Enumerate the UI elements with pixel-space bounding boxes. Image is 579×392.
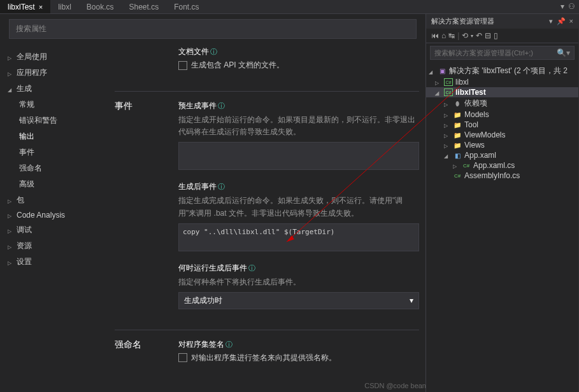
maximize-icon[interactable]: ⚇: [568, 2, 575, 11]
home2-icon[interactable]: ⌂: [441, 31, 446, 40]
watermark: CSDN @code bean: [364, 382, 426, 389]
tree-node-App.xaml.cs[interactable]: C#App.xaml.cs: [426, 160, 578, 171]
help-icon[interactable]: ⓘ: [218, 183, 225, 190]
tab-font[interactable]: Font.cs: [166, 0, 206, 13]
prebuild-input[interactable]: [178, 142, 419, 170]
tree-node-ViewModels[interactable]: 📁ViewModels: [426, 130, 578, 140]
tab-libxltest[interactable]: libxlTest×: [0, 0, 50, 13]
solution-explorer-title: 解决方案资源管理器: [431, 17, 494, 26]
tab-sheet[interactable]: Sheet.cs: [121, 0, 166, 13]
sidebar-item-高级[interactable]: 高级: [0, 176, 108, 192]
category-sidebar: 全局使用应用程序生成常规错误和警告输出事件强命名高级包Code Analysis…: [0, 44, 108, 392]
sidebar-item-输出[interactable]: 输出: [0, 129, 108, 144]
properties-area: 文档文件ⓘ 生成包含 API 文档的文件。 事件 预生成事件ⓘ 指定生成开始前运…: [108, 44, 425, 392]
sign-label: 对程序集签名: [178, 340, 224, 349]
postbuild-desc: 指定生成完成后运行的命令。如果生成失败，则不运行。请使用"调用"来调用 .bat…: [178, 195, 419, 219]
tab-book[interactable]: Book.cs: [79, 0, 122, 13]
sign-desc: 对输出程序集进行签名来向其提供强名称。: [191, 353, 336, 363]
strongname-section-label: 强命名: [115, 339, 178, 375]
sidebar-item-设置[interactable]: 设置: [0, 254, 108, 270]
tree-node-依赖项[interactable]: ⬮依赖项: [426, 97, 578, 109]
sidebar-item-错误和警告[interactable]: 错误和警告: [0, 113, 108, 129]
help-icon[interactable]: ⓘ: [210, 48, 217, 55]
help-icon[interactable]: ⓘ: [248, 264, 255, 272]
sidebar-item-调试[interactable]: 调试: [0, 222, 108, 238]
sidebar-item-Code Analysis[interactable]: Code Analysis: [0, 208, 108, 222]
prebuild-label: 预生成事件: [178, 101, 217, 110]
sign-checkbox[interactable]: [178, 353, 187, 362]
tree-node-Tool[interactable]: 📁Tool: [426, 120, 578, 130]
sidebar-item-包[interactable]: 包: [0, 192, 108, 208]
solution-node[interactable]: ▣ 解决方案 'libxlTest' (2 个项目，共 2: [426, 65, 578, 77]
sidebar-item-资源[interactable]: 资源: [0, 238, 108, 254]
show-icon[interactable]: ▯: [494, 31, 498, 40]
doc-file-label: 文档文件: [178, 47, 209, 56]
solution-icon: ▣: [438, 67, 447, 75]
prebuild-desc: 指定生成开始前运行的命令。如果项目是最新的，则不运行。非零退出代码将在生成运行前…: [178, 114, 419, 138]
tree-node-Views[interactable]: 📁Views: [426, 140, 578, 150]
tree-node-Models[interactable]: 📁Models: [426, 109, 578, 120]
help-icon[interactable]: ⓘ: [218, 102, 225, 109]
sync-icon[interactable]: ⟲: [462, 31, 468, 40]
doc-checkbox-label: 生成包含 API 文档的文件。: [191, 60, 284, 71]
close-icon[interactable]: ×: [569, 17, 573, 25]
solution-toolbar: ⏮ ⌂ ↹| ⟲▾ ↶ ⊟ ▯: [426, 29, 578, 43]
tree-node-libxlTest[interactable]: C#libxlTest: [426, 87, 578, 97]
solution-search[interactable]: 🔍▾: [430, 46, 575, 60]
pin-icon[interactable]: 📌: [557, 17, 566, 25]
chevron-icon[interactable]: ▾: [471, 33, 473, 39]
properties-pane: 搜索属性 全局使用应用程序生成常规错误和警告输出事件强命名高级包Code Ana…: [0, 14, 425, 392]
editor-tabs: libxlTest× libxl Book.cs Sheet.cs Font.c…: [0, 0, 579, 14]
postbuild-input[interactable]: copy "..\dll\libxl.dll" $(TargetDir): [178, 223, 419, 251]
tree-node-AssemblyInfo.cs[interactable]: C#AssemblyInfo.cs: [426, 171, 578, 181]
tree-node-App.xaml[interactable]: ◧App.xaml: [426, 150, 578, 160]
solution-search-input[interactable]: [431, 46, 553, 59]
dropdown-icon[interactable]: ▾: [549, 17, 553, 25]
solution-tree: ▣ 解决方案 'libxlTest' (2 个项目，共 2 C#libxlC#l…: [426, 62, 578, 392]
search-dropdown-icon[interactable]: 🔍▾: [553, 46, 574, 59]
search-input[interactable]: 搜索属性: [9, 19, 417, 39]
tab-libxl[interactable]: libxl: [50, 0, 79, 13]
sidebar-item-强命名[interactable]: 强命名: [0, 160, 108, 176]
whenrun-label: 何时运行生成后事件: [178, 263, 247, 272]
sidebar-item-应用程序[interactable]: 应用程序: [0, 65, 108, 81]
help-icon[interactable]: ⓘ: [225, 340, 232, 348]
home-icon[interactable]: ⏮: [431, 31, 439, 40]
solution-explorer: 解决方案资源管理器 ▾ 📌 × ⏮ ⌂ ↹| ⟲▾ ↶ ⊟ ▯ 🔍▾ ▣ 解决方…: [425, 14, 578, 392]
tree-node-libxl[interactable]: C#libxl: [426, 77, 578, 87]
collapse-icon[interactable]: ⊟: [485, 31, 491, 40]
switch-icon[interactable]: ↹: [448, 31, 455, 40]
doc-checkbox[interactable]: [178, 61, 187, 70]
overflow-icon[interactable]: ▾: [561, 2, 564, 11]
solution-label: 解决方案 'libxlTest' (2 个项目，共 2: [449, 66, 568, 76]
sidebar-item-生成[interactable]: 生成: [0, 81, 108, 97]
sidebar-item-事件[interactable]: 事件: [0, 144, 108, 160]
sidebar-item-常规[interactable]: 常规: [0, 97, 108, 113]
chevron-down-icon: ▾: [410, 296, 413, 305]
postbuild-label: 生成后事件: [178, 182, 217, 191]
close-icon[interactable]: ×: [39, 3, 43, 11]
events-section-label: 事件: [115, 101, 178, 321]
back-icon[interactable]: ↶: [476, 31, 482, 40]
sidebar-item-全局使用[interactable]: 全局使用: [0, 49, 108, 65]
whenrun-desc: 指定何种条件下将执行生成后事件。: [178, 276, 419, 288]
whenrun-dropdown[interactable]: 生成成功时▾: [178, 292, 419, 309]
